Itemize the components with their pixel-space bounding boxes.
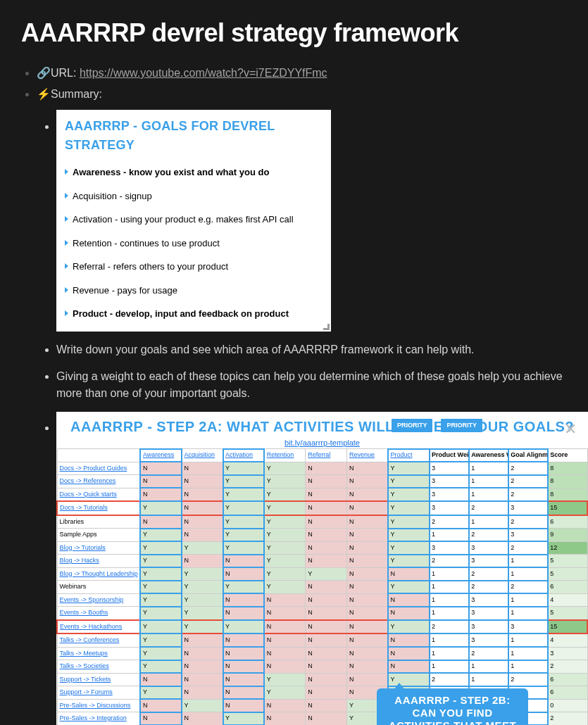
table-cell: 1 <box>508 593 548 607</box>
table-cell: N <box>140 462 182 475</box>
table-row: Blog -> HacksYNNYNNY2315 <box>57 555 587 568</box>
table-cell: 2 <box>430 555 469 568</box>
table-cell: 1 <box>508 633 548 647</box>
table-cell: N <box>346 581 388 594</box>
goal-activation: Activation - using your product e.g. mak… <box>65 208 323 232</box>
table-cell: N <box>306 515 347 529</box>
table-cell: N <box>306 633 347 647</box>
table-cell: N <box>264 712 306 726</box>
table-cell: Y <box>388 488 430 501</box>
bullet-goals: Write down your goals and see which area… <box>56 341 567 358</box>
slide1-title: AAARRRP - GOALS FOR DEVREL STRATEGY <box>65 117 323 155</box>
table-cell: Docs -> Quick starts <box>57 488 140 501</box>
table-cell: N <box>306 607 347 620</box>
table-cell: N <box>346 593 388 607</box>
table-header-row: AwarenessAcquisitionActivationRetentionR… <box>57 449 587 462</box>
table-cell: 3 <box>469 633 508 647</box>
url-line: 🔗URL: https://www.youtube.com/watch?v=i7… <box>37 65 567 82</box>
table-cell: N <box>306 593 347 607</box>
youtube-link[interactable]: https://www.youtube.com/watch?v=i7EZDYYf… <box>80 67 327 79</box>
table-cell: Y <box>388 620 430 634</box>
table-cell: 4 <box>548 593 587 607</box>
table-cell: N <box>223 660 265 674</box>
table-cell: N <box>306 673 347 686</box>
table-cell: Y <box>223 712 265 726</box>
template-link[interactable]: bit.ly/aaarrrp-template <box>284 439 360 447</box>
table-cell: Y <box>140 620 182 634</box>
table-cell: 1 <box>430 529 469 542</box>
table-cell: N <box>388 660 430 674</box>
table-cell: N <box>140 488 182 501</box>
table-cell: 2 <box>508 673 548 686</box>
table-cell: 3 <box>430 475 469 488</box>
table-cell: Y <box>388 501 430 515</box>
col-header: Retention <box>264 449 306 462</box>
table-cell: 3 <box>469 593 508 607</box>
table-cell: N <box>223 686 265 700</box>
table-cell: N <box>306 581 347 594</box>
table-cell: N <box>388 647 430 660</box>
table-cell: 2 <box>430 620 469 634</box>
table-cell: Docs -> Product Guides <box>57 462 140 475</box>
table-cell: N <box>306 501 347 515</box>
table-cell: 15 <box>548 620 587 634</box>
table-cell: N <box>306 488 347 501</box>
table-cell: Y <box>140 593 182 607</box>
close-icon[interactable]: ✕ <box>563 422 578 437</box>
col-header: Awareness <box>140 449 182 462</box>
table-cell: Y <box>264 581 306 594</box>
table-cell: N <box>223 567 265 581</box>
table-cell: 2 <box>469 529 508 542</box>
table-cell: N <box>182 712 223 726</box>
goal-revenue: Revenue - pays for usage <box>65 279 323 303</box>
table-cell: Blog -> Tutorials <box>57 541 140 555</box>
table-cell: N <box>388 593 430 607</box>
activities-table: AwarenessAcquisitionActivationRetentionR… <box>56 448 588 725</box>
table-cell: N <box>346 488 388 501</box>
table-cell: N <box>388 607 430 620</box>
table-cell: Support -> Forums <box>57 686 140 700</box>
table-cell: Y <box>388 529 430 542</box>
table-cell: Events -> Booths <box>57 607 140 620</box>
table-cell: 1 <box>508 660 548 674</box>
table-cell: 2 <box>508 541 548 555</box>
slide2-container: PRIORITY PRIORITY ✕ AAARRRP - STEP 2A: W… <box>56 412 567 726</box>
goal-product: Product - develop, input and feedback on… <box>65 302 323 326</box>
table-cell: Y <box>388 475 430 488</box>
table-row: Events -> HackathonsYYYNNNY23315 <box>57 620 587 634</box>
table-cell: Y <box>223 581 265 594</box>
table-cell: 2 <box>508 581 548 594</box>
table-cell: 6 <box>548 686 587 700</box>
table-cell: 9 <box>548 529 587 542</box>
table-cell: N <box>346 555 388 568</box>
table-cell: N <box>182 462 223 475</box>
table-cell: Libraries <box>57 515 140 529</box>
table-cell: Y <box>223 541 265 555</box>
table-cell: Y <box>140 541 182 555</box>
table-cell: Y <box>140 501 182 515</box>
bullet-weights: Giving a weight to each of these topics … <box>56 368 567 402</box>
table-row: LibrariesNNYYNNY2126 <box>57 515 587 529</box>
table-cell: N <box>388 567 430 581</box>
resize-handle-icon[interactable] <box>323 323 330 330</box>
table-row: Docs -> TutorialsYNYYNNY32315 <box>57 501 587 515</box>
table-cell: Y <box>264 555 306 568</box>
table-cell: Webinars <box>57 581 140 594</box>
slide2-title: AAARRRP - STEP 2A: WHAT ACTIVITIES WILL … <box>56 412 588 437</box>
table-cell: N <box>182 633 223 647</box>
table-cell: N <box>140 673 182 686</box>
table-cell: Y <box>182 620 223 634</box>
table-cell: 2 <box>430 673 469 686</box>
table-cell: Y <box>182 607 223 620</box>
table-cell: 15 <box>548 501 587 515</box>
table-cell: 3 <box>430 501 469 515</box>
table-cell: 3 <box>430 488 469 501</box>
table-cell: N <box>346 673 388 686</box>
table-row: Docs -> ReferencesNNYYNNY3128 <box>57 475 587 488</box>
table-cell: Y <box>223 488 265 501</box>
table-cell: 2 <box>508 488 548 501</box>
table-cell: N <box>388 633 430 647</box>
table-cell: 2 <box>430 515 469 529</box>
table-cell: N <box>306 529 347 542</box>
col-header: Revenue <box>346 449 388 462</box>
